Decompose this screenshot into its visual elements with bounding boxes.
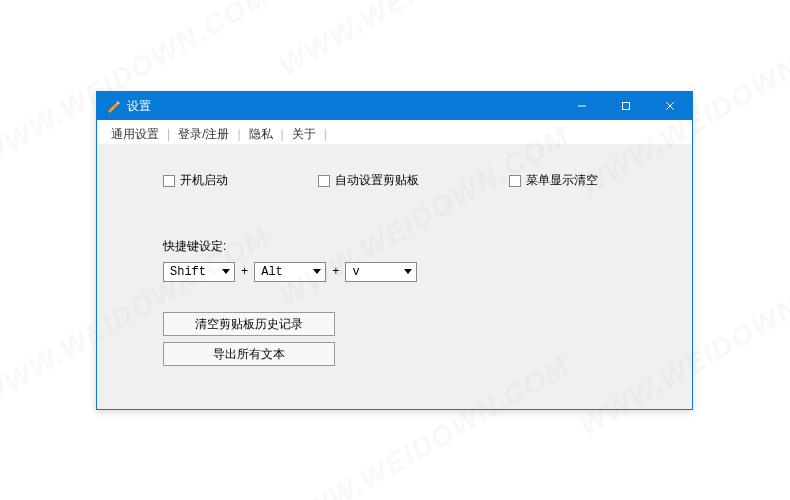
chevron-down-icon xyxy=(218,263,234,281)
checkbox-auto-clipboard[interactable]: 自动设置剪贴板 xyxy=(318,172,419,189)
window-title: 设置 xyxy=(127,98,560,115)
hotkey-modifier1-dropdown[interactable]: Shift xyxy=(163,262,235,282)
hotkey-modifier2-dropdown[interactable]: Alt xyxy=(254,262,326,282)
dropdown-text: Shift xyxy=(164,265,218,279)
tab-separator: | xyxy=(279,127,286,141)
button-label: 导出所有文本 xyxy=(213,346,285,363)
button-label: 清空剪贴板历史记录 xyxy=(195,316,303,333)
content-panel: 开机启动 自动设置剪贴板 菜单显示清空 快捷键设定: Shift + Alt xyxy=(105,144,684,401)
checkbox-menu-show-clear[interactable]: 菜单显示清空 xyxy=(509,172,598,189)
hotkey-key-dropdown[interactable]: v xyxy=(345,262,417,282)
clear-history-button[interactable]: 清空剪贴板历史记录 xyxy=(163,312,335,336)
tab-separator: | xyxy=(322,127,329,141)
tab-login[interactable]: 登录/注册 xyxy=(172,124,235,145)
tab-privacy[interactable]: 隐私 xyxy=(243,124,279,145)
dropdown-text: v xyxy=(346,265,400,279)
checkbox-autostart[interactable]: 开机启动 xyxy=(163,172,228,189)
checkbox-box-icon xyxy=(509,175,521,187)
svg-rect-1 xyxy=(623,103,630,110)
dropdown-text: Alt xyxy=(255,265,309,279)
titlebar-buttons xyxy=(560,92,692,120)
svg-marker-4 xyxy=(222,269,230,274)
chevron-down-icon xyxy=(309,263,325,281)
svg-marker-5 xyxy=(313,269,321,274)
settings-window: 设置 通用设置 | 登录/注册 | 隐私 | 关于 | 开机启动 xyxy=(96,91,693,410)
tab-separator: | xyxy=(235,127,242,141)
tab-bar: 通用设置 | 登录/注册 | 隐私 | 关于 | xyxy=(97,120,692,144)
minimize-button[interactable] xyxy=(560,92,604,120)
export-text-button[interactable]: 导出所有文本 xyxy=(163,342,335,366)
close-button[interactable] xyxy=(648,92,692,120)
checkbox-label: 自动设置剪贴板 xyxy=(335,172,419,189)
titlebar: 设置 xyxy=(97,92,692,120)
tab-separator: | xyxy=(165,127,172,141)
svg-marker-6 xyxy=(404,269,412,274)
checkbox-row: 开机启动 自动设置剪贴板 菜单显示清空 xyxy=(163,172,664,189)
hotkey-label: 快捷键设定: xyxy=(163,238,226,255)
hotkey-row: Shift + Alt + v xyxy=(163,262,417,282)
maximize-button[interactable] xyxy=(604,92,648,120)
checkbox-box-icon xyxy=(318,175,330,187)
chevron-down-icon xyxy=(400,263,416,281)
checkbox-label: 开机启动 xyxy=(180,172,228,189)
app-icon xyxy=(105,98,121,114)
tab-about[interactable]: 关于 xyxy=(286,124,322,145)
tab-general[interactable]: 通用设置 xyxy=(105,124,165,145)
watermark-text: WWW.WEIDOWN.COM xyxy=(274,0,575,82)
checkbox-label: 菜单显示清空 xyxy=(526,172,598,189)
checkbox-box-icon xyxy=(163,175,175,187)
plus-separator: + xyxy=(241,265,248,279)
plus-separator: + xyxy=(332,265,339,279)
